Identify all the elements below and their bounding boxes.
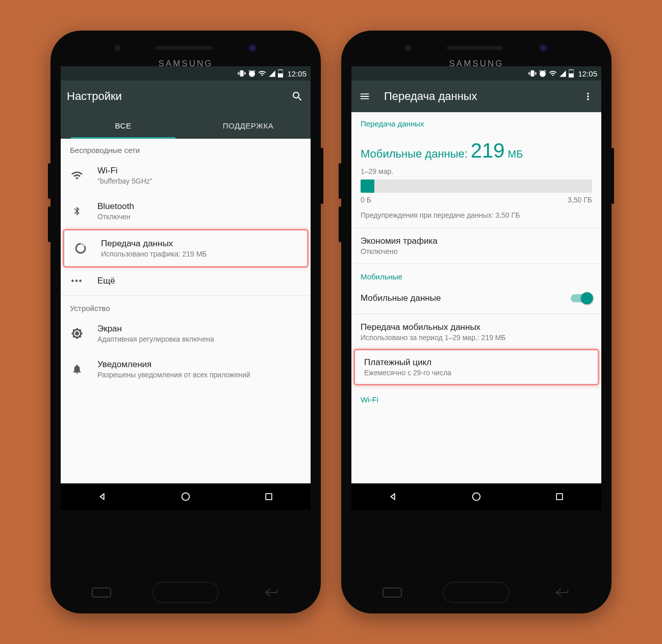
navigation-bar	[351, 483, 601, 510]
tab-support[interactable]: ПОДДЕРЖКА	[186, 112, 311, 139]
usage-bar	[361, 179, 592, 193]
item-display[interactable]: Экран Адаптивная регулировка включена	[61, 316, 311, 351]
phone-hardware-buttons	[50, 582, 321, 603]
signal-icon	[559, 70, 567, 78]
screen-left: 12:05 Настройки ВСЕ ПОДДЕРЖКА Беспроводн…	[61, 66, 311, 510]
notifications-subtitle: Разрешены уведомления от всех приложений	[97, 371, 301, 379]
hardware-home-button[interactable]	[152, 582, 219, 603]
item-mobile-data-toggle[interactable]: Мобильные данные	[351, 284, 601, 313]
date-range[interactable]: 1–29 мар.	[361, 167, 592, 175]
wifi-subtitle: "bufferbay 5GHz"	[97, 177, 301, 185]
screen-right: 12:05 Передача данных Передача данных Мо…	[351, 66, 601, 510]
nav-back-icon[interactable]	[387, 490, 400, 503]
page-title: Настройки	[67, 90, 278, 103]
phone-hardware-buttons	[341, 582, 612, 603]
wifi-icon	[549, 69, 557, 78]
wifi-title: Wi-Fi	[97, 166, 301, 176]
nav-recent-icon[interactable]	[553, 490, 566, 503]
svg-rect-7	[569, 73, 574, 78]
svg-rect-1	[278, 73, 283, 78]
vibrate-icon	[238, 69, 246, 78]
svg-rect-5	[266, 494, 272, 500]
data-saver-subtitle: Отключено	[361, 247, 592, 255]
battery-icon	[569, 69, 574, 78]
item-bluetooth[interactable]: Bluetooth Отключен	[61, 193, 311, 229]
data-usage-title: Передача данных	[101, 239, 298, 249]
wifi-icon	[258, 69, 266, 78]
tab-all[interactable]: ВСЕ	[61, 112, 186, 139]
volume-down-button[interactable]	[48, 207, 50, 242]
app-bar: Передача данных	[351, 81, 601, 112]
navigation-bar	[61, 483, 311, 510]
mobile-data-unit: МБ	[508, 148, 523, 160]
mobile-data-value: 219	[471, 139, 505, 162]
power-button[interactable]	[321, 148, 323, 204]
display-subtitle: Адаптивная регулировка включена	[97, 335, 301, 343]
section-mobile: Мобильные	[351, 265, 601, 284]
hardware-recent-button[interactable]	[92, 587, 111, 598]
volume-down-button[interactable]	[339, 207, 341, 242]
svg-point-9	[473, 493, 480, 501]
vibrate-icon	[528, 69, 537, 78]
search-icon[interactable]	[290, 89, 304, 104]
hardware-back-button[interactable]	[260, 587, 279, 598]
hardware-recent-button[interactable]	[383, 587, 402, 598]
power-button[interactable]	[612, 148, 614, 204]
battery-icon	[278, 69, 283, 78]
item-data-usage[interactable]: Передача данных Использовано трафика: 21…	[64, 230, 307, 266]
section-wireless: Беспроводные сети	[61, 139, 311, 158]
billing-cycle-title: Платежный цикл	[364, 357, 589, 368]
wifi-icon	[70, 169, 84, 182]
item-mobile-usage[interactable]: Передача мобильных данных Использовано з…	[351, 315, 601, 349]
nav-back-icon[interactable]	[96, 490, 109, 503]
status-bar: 12:05	[351, 66, 601, 81]
hardware-home-button[interactable]	[443, 582, 510, 603]
item-notifications[interactable]: Уведомления Разрешены уведомления от все…	[61, 351, 311, 387]
app-bar: Настройки	[61, 81, 311, 112]
bluetooth-subtitle: Отключен	[97, 213, 301, 221]
warning-text: Предупреждения при передаче данных: 3,50…	[361, 211, 592, 219]
volume-up-button[interactable]	[48, 163, 50, 199]
nav-home-icon[interactable]	[179, 490, 192, 503]
volume-up-button[interactable]	[339, 163, 341, 199]
item-billing-cycle[interactable]: Платежный цикл Ежемесячно с 29-го числа	[355, 350, 598, 384]
bluetooth-title: Bluetooth	[97, 201, 301, 212]
section-device: Устройство	[61, 297, 311, 316]
toggle-switch[interactable]	[571, 294, 592, 302]
billing-cycle-subtitle: Ежемесячно с 29-го числа	[364, 369, 589, 377]
hardware-back-button[interactable]	[551, 587, 570, 598]
signal-icon	[268, 70, 276, 78]
page-title: Передача данных	[384, 90, 569, 103]
item-data-saver[interactable]: Экономия трафика Отключено	[351, 229, 601, 263]
data-summary: Мобильные данные: 219 МБ 1–29 мар. 0 Б 3…	[351, 131, 601, 226]
display-title: Экран	[97, 324, 301, 334]
item-wifi[interactable]: Wi-Fi "bufferbay 5GHz"	[61, 158, 311, 193]
notifications-title: Уведомления	[97, 359, 301, 370]
brightness-icon	[70, 327, 84, 340]
data-saver-title: Экономия трафика	[361, 236, 592, 246]
nav-recent-icon[interactable]	[262, 490, 275, 503]
section-wifi: Wi-Fi	[351, 388, 601, 407]
hamburger-icon[interactable]	[358, 89, 372, 104]
mobile-usage-subtitle: Использовано за период 1–29 мар.: 219 МБ	[361, 333, 592, 342]
data-usage-icon	[73, 242, 88, 254]
section-data-usage: Передача данных	[351, 112, 601, 131]
mobile-data-label: Мобильные данные:	[361, 147, 468, 161]
more-title: Ещё	[97, 276, 301, 286]
nav-home-icon[interactable]	[470, 490, 483, 503]
mobile-usage-title: Передача мобильных данных	[361, 322, 592, 332]
item-more[interactable]: ••• Ещё	[61, 268, 311, 294]
svg-rect-8	[570, 69, 572, 70]
phone-top-hardware: SAMSUNG	[405, 43, 548, 69]
phone-right: SAMSUNG 12:05 Передача данных Передача д…	[341, 31, 612, 613]
alarm-icon	[248, 69, 256, 78]
overflow-icon[interactable]	[581, 89, 595, 104]
bar-max-label: 3,50 ГБ	[568, 196, 592, 204]
bar-min-label: 0 Б	[361, 196, 371, 204]
mobile-data-toggle-title: Мобильные данные	[361, 293, 571, 303]
phone-left: SAMSUNG 12:05 Настройки ВСЕ ПОДДЕРЖКА Бе…	[50, 31, 321, 613]
status-bar: 12:05	[61, 66, 311, 81]
phone-top-hardware: SAMSUNG	[114, 43, 257, 69]
more-icon: •••	[70, 276, 84, 286]
tabs: ВСЕ ПОДДЕРЖКА	[61, 112, 311, 139]
